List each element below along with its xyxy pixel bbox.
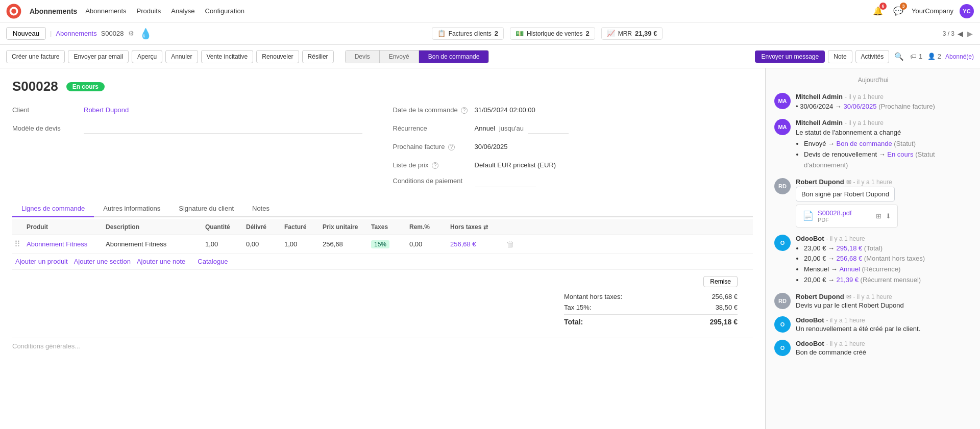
follower-icon[interactable]: 👤 2 bbox=[926, 52, 942, 61]
msg-text-7: Bon de commande créé bbox=[796, 348, 972, 356]
company-name: YourCompany bbox=[912, 7, 953, 15]
factures-count: 2 bbox=[495, 30, 498, 37]
ventes-widget[interactable]: 💵 Historique de ventes 2 bbox=[510, 27, 595, 40]
row-delete[interactable]: 🗑 bbox=[504, 239, 520, 250]
annuler-button[interactable]: Annuler bbox=[165, 50, 198, 63]
product-quantity[interactable]: 1,00 bbox=[203, 239, 244, 249]
product-invoiced: 1,00 bbox=[282, 239, 321, 249]
tab-notes[interactable]: Notes bbox=[243, 200, 279, 217]
conditions-placeholder[interactable]: Conditions générales... bbox=[12, 342, 80, 350]
prochaine-facture-field: Prochaine facture ? 30/06/2025 bbox=[393, 139, 753, 154]
modele-devis-label: Modèle de devis bbox=[12, 124, 84, 132]
app-title: Abonnements bbox=[30, 7, 77, 15]
factures-widget[interactable]: 📋 Factures clients 2 bbox=[432, 27, 504, 40]
conditions-paiement-value[interactable] bbox=[475, 176, 536, 187]
pdf-attachment[interactable]: 📄 S00028.pdf PDF ⊞ ⬇ bbox=[796, 205, 898, 228]
tag-icon[interactable]: 🏷 1 bbox=[909, 52, 923, 61]
chatter-avatar-1: MA bbox=[774, 93, 791, 109]
product-unit-price[interactable]: 256,68 bbox=[321, 239, 369, 249]
product-discount[interactable]: 0,00 bbox=[407, 239, 448, 249]
breadcrumb-parent[interactable]: Abonnements bbox=[56, 30, 96, 37]
th-actions bbox=[504, 222, 520, 232]
recurrence-value[interactable]: Annuel bbox=[475, 124, 495, 132]
product-name[interactable]: Abonnement Fitness bbox=[24, 239, 104, 249]
ajouter-produit-link[interactable]: Ajouter un produit bbox=[15, 258, 68, 265]
mrr-widget[interactable]: 📈 MRR 21,39 € bbox=[601, 27, 663, 40]
recurrence-label: Récurrence bbox=[393, 124, 475, 132]
chatter-body-6: OdooBot - il y a 1 heure Un renouvelleme… bbox=[796, 316, 972, 333]
vente-incitative-button[interactable]: Vente incitative bbox=[201, 50, 254, 63]
odoo-logo[interactable] bbox=[6, 4, 21, 19]
chat-icon[interactable]: 💬 3 bbox=[891, 4, 905, 18]
ajouter-section-link[interactable]: Ajouter une section bbox=[74, 258, 131, 265]
creer-facture-button[interactable]: Créer une facture bbox=[6, 50, 65, 63]
product-total: 256,68 € bbox=[448, 239, 504, 249]
envoyer-message-button[interactable]: Envoyer un message bbox=[755, 51, 825, 63]
montant-value: 256,68 € bbox=[712, 293, 738, 300]
chatter-body-7: OdooBot - il y a 1 heure Bon de commande… bbox=[796, 340, 972, 356]
nav-produits[interactable]: Produits bbox=[137, 7, 161, 15]
liste-prix-value[interactable]: Default EUR pricelist (EUR) bbox=[475, 161, 556, 169]
chatter-message-2: MA Mitchell Admin - il y a 1 heure Le st… bbox=[774, 119, 972, 171]
resilier-button[interactable]: Résilier bbox=[302, 50, 334, 63]
apercu-button[interactable]: Aperçu bbox=[132, 50, 162, 63]
nav-next[interactable]: ▶ bbox=[966, 29, 974, 39]
client-field: Client Robert Dupond bbox=[12, 103, 362, 117]
settings-gear-icon[interactable]: ⚙ bbox=[128, 30, 134, 37]
main-layout: S00028 En cours Client Robert Dupond Mod… bbox=[0, 68, 980, 429]
tab-autres-informations[interactable]: Autres informations bbox=[94, 200, 169, 217]
product-taxes[interactable]: 15% bbox=[369, 239, 407, 249]
notifications-icon[interactable]: 🔔 6 bbox=[871, 4, 885, 18]
date-commande-value[interactable]: 31/05/2024 02:00:00 bbox=[475, 106, 535, 114]
form-grid: Client Robert Dupond Modèle de devis Dat… bbox=[12, 103, 753, 194]
ajouter-note-link[interactable]: Ajouter une note bbox=[137, 258, 185, 265]
column-settings-icon[interactable]: ⇄ bbox=[483, 224, 488, 231]
author-5: Robert Dupond bbox=[796, 293, 844, 300]
chatter-avatar-7: O bbox=[774, 340, 791, 356]
liste-prix-help-icon[interactable]: ? bbox=[432, 162, 438, 169]
envoyer-email-button[interactable]: Envoyer par email bbox=[68, 50, 129, 63]
msg-text-5: Devis vu par le client Robert Dupond bbox=[796, 301, 972, 309]
chatter-today-label: Aujourd'hui bbox=[774, 77, 972, 87]
drag-handle[interactable]: ⠿ bbox=[12, 238, 24, 250]
chatter-avatar-4: O bbox=[774, 235, 791, 251]
pdf-copy-icon[interactable]: ⊞ bbox=[876, 212, 881, 220]
modele-devis-value[interactable] bbox=[84, 122, 362, 134]
client-value[interactable]: Robert Dupond bbox=[84, 106, 129, 114]
chatter-message-1: MA Mitchell Admin - il y a 1 heure • 30/… bbox=[774, 93, 972, 112]
nav-prev[interactable]: ◀ bbox=[957, 29, 964, 39]
recurrence-jusqu-value[interactable] bbox=[528, 122, 569, 134]
new-button[interactable]: Nouveau bbox=[6, 27, 46, 40]
tab-signature-client[interactable]: Signature du client bbox=[169, 200, 243, 217]
prochaine-facture-value[interactable]: 30/06/2025 bbox=[475, 143, 508, 150]
mrr-label: MRR bbox=[618, 30, 632, 37]
tab-lignes-commande[interactable]: Lignes de commande bbox=[12, 200, 94, 217]
chatter-message-5: RD Robert Dupond ✉ - il y a 1 heure Devi… bbox=[774, 293, 972, 309]
renouveler-button[interactable]: Renouveler bbox=[256, 50, 299, 63]
search-icon[interactable]: 🔍 bbox=[892, 50, 906, 63]
chatter-avatar-5: RD bbox=[774, 293, 791, 309]
note-button[interactable]: Note bbox=[828, 50, 852, 63]
top-nav-menu: Abonnements Produits Analyse Configurati… bbox=[85, 7, 244, 15]
catalogue-link[interactable]: Catalogue bbox=[198, 258, 228, 265]
nav-abonnements[interactable]: Abonnements bbox=[85, 7, 126, 15]
product-description[interactable]: Abonnement Fitness bbox=[104, 239, 203, 249]
pdf-download-icon[interactable]: ⬇ bbox=[886, 212, 891, 220]
status-bon-commande[interactable]: Bon de commande bbox=[419, 51, 489, 63]
th-facture: Facturé bbox=[282, 222, 321, 232]
status-devis[interactable]: Devis bbox=[346, 51, 380, 63]
status-envoye[interactable]: Envoyé bbox=[380, 51, 419, 63]
nav-configuration[interactable]: Configuration bbox=[205, 7, 244, 15]
tax-value: 38,50 € bbox=[716, 304, 738, 311]
remise-button[interactable]: Remise bbox=[703, 276, 738, 287]
activites-button[interactable]: Activités bbox=[855, 50, 890, 63]
subscriber-label[interactable]: Abonné(e) bbox=[945, 53, 974, 60]
nav-analyse[interactable]: Analyse bbox=[171, 7, 194, 15]
msg-text-3: Bon signé par Robert Dupond bbox=[796, 187, 972, 205]
date-help-icon[interactable]: ? bbox=[461, 107, 468, 114]
breadcrumb-separator: | bbox=[50, 30, 52, 37]
user-avatar[interactable]: YC bbox=[960, 4, 974, 18]
prochaine-help-icon[interactable]: ? bbox=[448, 144, 455, 150]
author-1: Mitchell Admin bbox=[796, 93, 843, 100]
nav-right: 🔔 6 💬 3 YourCompany YC bbox=[871, 4, 974, 18]
